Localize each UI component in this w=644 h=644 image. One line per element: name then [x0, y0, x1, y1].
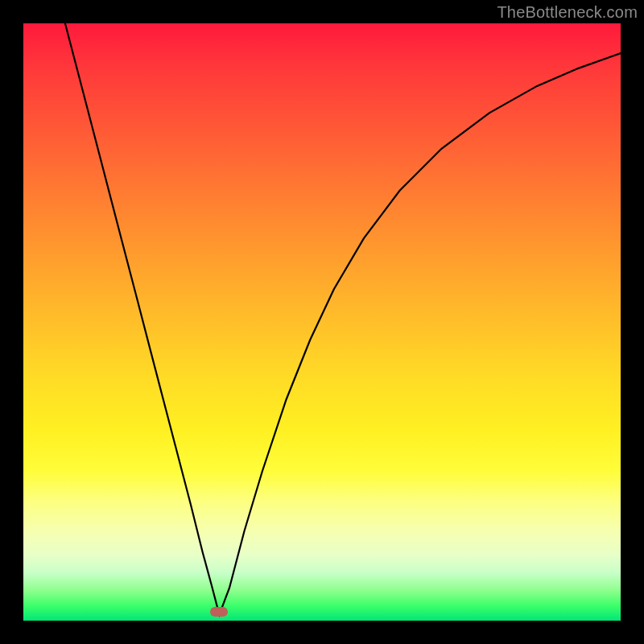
curve-svg — [23, 23, 621, 621]
chart-frame: TheBottleneck.com — [0, 0, 644, 644]
minimum-marker — [210, 607, 228, 617]
plot-area — [23, 23, 621, 621]
bottleneck-curve — [65, 23, 621, 615]
watermark-text: TheBottleneck.com — [497, 3, 638, 22]
